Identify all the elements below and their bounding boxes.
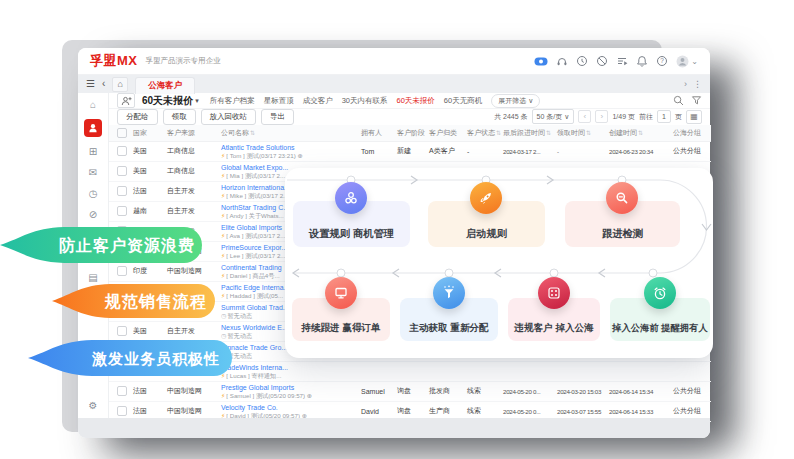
chip-contact-30d[interactable]: 30天内有联系 — [342, 96, 388, 106]
expand-filter-button[interactable]: 展开筛选∨ — [491, 94, 540, 108]
task-list-icon[interactable] — [616, 55, 628, 67]
row-checkbox[interactable] — [117, 146, 127, 156]
select-all-checkbox[interactable] — [117, 128, 127, 138]
claim-button[interactable]: 领取 — [163, 109, 196, 125]
bell-icon[interactable] — [636, 55, 648, 67]
sidebar-mail-icon[interactable]: ✉ — [84, 166, 102, 179]
activity-flash-icon: ⚡ — [221, 272, 225, 279]
owner-cell: Tom — [359, 141, 395, 161]
sort-icon[interactable]: ⇅ — [250, 130, 255, 136]
back-icon[interactable]: ‹ — [102, 79, 105, 89]
column-header-7[interactable]: 最后跟进时间⇅ — [501, 125, 555, 142]
sort-icon[interactable]: ⇅ — [496, 130, 501, 136]
row-checkbox[interactable] — [117, 266, 127, 276]
tab-public-sea-customers[interactable]: 公海客户 — [135, 77, 195, 94]
status-cell — [465, 361, 501, 381]
row-checkbox-cell[interactable] — [109, 161, 131, 181]
row-checkbox-cell[interactable] — [109, 201, 131, 221]
sidebar-customers-icon[interactable] — [84, 119, 102, 137]
column-header-1: 客户来源 — [165, 125, 219, 142]
history-clock-icon[interactable] — [576, 55, 588, 67]
row-checkbox-cell[interactable] — [109, 321, 131, 341]
monitor-badge-icon[interactable] — [534, 55, 548, 67]
row-checkbox[interactable] — [117, 166, 127, 176]
chip-noquote-60d[interactable]: 60天未报价 — [396, 96, 434, 106]
workflow-overlay-card: 设置规则 商机管理 启动规则 跟进检测 持续跟进 赢得订单 主动获取 重新分配 … — [285, 168, 713, 358]
sidebar-clock-icon[interactable]: ◷ — [84, 187, 102, 200]
chip-all-customers[interactable]: 所有客户档案 — [210, 96, 255, 106]
add-contact-icon[interactable] — [117, 93, 135, 108]
headset-icon[interactable] — [556, 55, 568, 67]
stage-cell: 新建 — [395, 141, 427, 161]
sort-icon[interactable]: ⇅ — [638, 130, 643, 136]
country-cell: 法国 — [131, 181, 165, 201]
ribbon-standardize-process: 规范销售流程 — [52, 283, 218, 319]
sidebar-compass-icon[interactable]: ⊘ — [84, 208, 102, 221]
filter-funnel-icon[interactable] — [691, 95, 702, 106]
sort-icon[interactable]: ⇅ — [586, 130, 591, 136]
tabs-more-icon[interactable]: ⋮ — [693, 79, 702, 89]
sort-icon[interactable]: ⇅ — [546, 130, 551, 136]
sea-group-cell: 公共分组 — [671, 141, 711, 161]
company-link[interactable]: Atlantic Trade Solutions — [221, 143, 357, 152]
company-link[interactable]: Velocity Trade Co. — [221, 403, 357, 412]
export-button[interactable]: 导出 — [261, 109, 294, 125]
assign-button[interactable]: 分配给 — [117, 109, 158, 125]
column-header-6[interactable]: 客户状态⇅ — [465, 125, 501, 142]
country-cell: 美国 — [131, 141, 165, 161]
activity-flash-icon: ⚡ — [221, 152, 225, 159]
table-row[interactable]: 美国工商信息Atlantic Trade Solutions⚡[ Tom ] 测… — [109, 141, 711, 161]
row-checkbox-cell[interactable] — [109, 141, 131, 161]
row-checkbox[interactable] — [117, 206, 127, 216]
next-page-button[interactable]: › — [595, 110, 608, 123]
column-header-2[interactable]: 公司名称⇅ — [219, 125, 359, 142]
column-settings-icon[interactable]: ▦ — [686, 110, 702, 124]
row-checkbox[interactable] — [117, 326, 127, 336]
column-header-8[interactable]: 领取时间⇅ — [555, 125, 607, 142]
row-checkbox-cell[interactable] — [109, 381, 131, 401]
table-row[interactable]: 法国中国制造网Prestige Global Imports⚡[ Samuel … — [109, 381, 711, 401]
svg-text:激发业务员积极性: 激发业务员积极性 — [91, 350, 220, 368]
sidebar-gear-icon[interactable]: ⚙ — [84, 399, 102, 412]
home-tab-icon[interactable]: ⌂ — [112, 77, 128, 92]
company-link[interactable]: TradeWinds Interna... — [221, 363, 357, 372]
stage-cell — [395, 361, 427, 381]
activity-subtext: ⚡[ Tom ] 测试(03/17 23:21) ⊕ — [221, 152, 357, 160]
row-checkbox[interactable] — [117, 186, 127, 196]
select-all-checkbox-cell[interactable] — [109, 125, 131, 142]
chip-starred[interactable]: 星标置顶 — [264, 96, 294, 106]
goto-page-input[interactable]: 1 — [657, 110, 671, 123]
last-follow-time-cell: 2024-03-17 2... — [501, 141, 555, 161]
no-activity-icon: ◷ — [221, 332, 226, 339]
chip-closed[interactable]: 成交客户 — [303, 96, 333, 106]
row-checkbox-cell[interactable] — [109, 181, 131, 201]
block-icon[interactable] — [596, 55, 608, 67]
view-dropdown[interactable]: 60天未报价▾ — [142, 94, 199, 108]
recycle-bin-button[interactable]: 放入回收站 — [201, 109, 257, 125]
country-cell: 越南 — [131, 201, 165, 221]
column-header-0: 国家 — [131, 125, 165, 142]
user-avatar[interactable]: ⌄ — [676, 55, 698, 68]
chip-noopp-60d[interactable]: 60天无商机 — [444, 96, 482, 106]
company-link[interactable]: Prestige Global Imports — [221, 383, 357, 392]
action-toolbar: 分配给 领取 放入回收站 导出 共 2445 条 50 条/页∨ ‹ › 1/4… — [109, 109, 710, 125]
monitor-order-icon — [325, 277, 357, 309]
no-activity-icon: ◷ — [221, 312, 226, 319]
help-icon[interactable]: ? — [656, 55, 668, 67]
create-time-cell: 2024-06-23 20:34 — [607, 141, 671, 161]
chevron-down-icon: ▾ — [195, 97, 199, 105]
sidebar-org-icon[interactable]: ⊞ — [84, 145, 102, 158]
row-checkbox-cell[interactable] — [109, 261, 131, 281]
prev-page-button[interactable]: ‹ — [578, 110, 591, 123]
create-time-cell: 2024-06-14 15:34 — [607, 381, 671, 401]
column-header-9[interactable]: 创建时间⇅ — [607, 125, 671, 142]
search-icon[interactable] — [673, 95, 684, 106]
activity-subtext: ⚡[ Lucas ] 寄样通知... — [221, 372, 357, 380]
row-checkbox[interactable] — [117, 406, 127, 416]
row-checkbox[interactable] — [117, 386, 127, 396]
sidebar-home-icon[interactable]: ⌂ — [84, 98, 102, 111]
collapse-menu-icon[interactable]: ☰ — [86, 79, 95, 89]
tabs-scroll-right-icon[interactable]: › — [684, 79, 687, 89]
page-size-select[interactable]: 50 条/页∨ — [532, 109, 575, 124]
activity-flash-icon: ⚡ — [221, 292, 225, 299]
